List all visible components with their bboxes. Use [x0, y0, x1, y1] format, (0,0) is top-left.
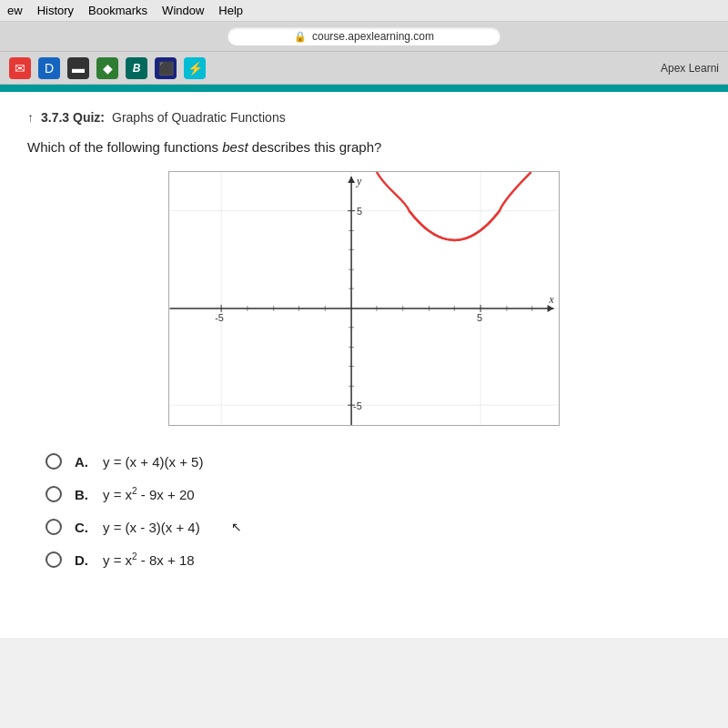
bookmark-navy[interactable]: ⬛ — [155, 57, 177, 79]
choice-formula-c: y = (x - 3)(x + 4) — [103, 520, 200, 535]
radio-d[interactable] — [46, 551, 62, 568]
radio-c[interactable] — [46, 519, 62, 535]
svg-text:x: x — [549, 293, 555, 306]
choice-formula-a: y = (x + 4)(x + 5) — [103, 454, 203, 470]
choice-label-b: B. — [75, 487, 88, 502]
apex-header-bar — [0, 85, 728, 92]
choice-formula-d: y = x2 - 8x + 18 — [103, 551, 195, 568]
answer-choice-a[interactable]: A. y = (x + 4)(x + 5) — [46, 453, 701, 470]
choice-label-d: D. — [75, 552, 88, 568]
bookmark-disney[interactable]: D — [38, 57, 60, 79]
svg-text:5: 5 — [357, 206, 362, 217]
lock-icon: 🔒 — [294, 31, 307, 43]
graph-container: x y -5 5 5 -5 — [168, 171, 560, 426]
bookmarks-bar: ✉ D ▬ ◆ B ⬛ ⚡ Apex Learni — [0, 52, 728, 85]
quiz-section: 3.7.3 Quiz: — [41, 110, 105, 125]
bookmark-mail[interactable]: ✉ — [9, 57, 31, 79]
svg-text:y: y — [356, 175, 362, 187]
bookmark-b[interactable]: B — [126, 57, 147, 79]
question-italic: best — [222, 139, 248, 155]
bookmark-green[interactable]: ◆ — [96, 57, 118, 79]
answer-choices: A. y = (x + 4)(x + 5) B. y = x2 - 9x + 2… — [27, 453, 701, 568]
menu-window[interactable]: Window — [162, 4, 204, 17]
graph-svg: x y -5 5 5 -5 — [169, 172, 559, 425]
browser-chrome: 🔒 course.apexlearning.com — [0, 22, 728, 52]
menu-ew[interactable]: ew — [7, 4, 23, 17]
content-area: ↑ 3.7.3 Quiz: Graphs of Quadratic Functi… — [0, 92, 728, 638]
svg-text:-5: -5 — [215, 312, 224, 323]
svg-text:5: 5 — [477, 312, 482, 323]
apex-label: Apex Learni — [661, 62, 719, 75]
choice-label-a: A. — [75, 454, 88, 470]
choice-label-c: C. — [75, 520, 88, 535]
address-bar[interactable]: 🔒 course.apexlearning.com — [228, 27, 500, 46]
bookmark-dark[interactable]: ▬ — [67, 57, 89, 79]
radio-b[interactable] — [46, 486, 62, 502]
answer-choice-c[interactable]: C. y = (x - 3)(x + 4) ↖ — [46, 519, 701, 535]
answer-choice-d[interactable]: D. y = x2 - 8x + 18 — [46, 551, 701, 568]
menu-history[interactable]: History — [37, 4, 74, 17]
menu-bar: ew History Bookmarks Window Help — [0, 0, 728, 22]
up-arrow-icon: ↑ — [27, 110, 34, 125]
menu-help[interactable]: Help — [218, 4, 243, 17]
quiz-header: ↑ 3.7.3 Quiz: Graphs of Quadratic Functi… — [27, 110, 701, 125]
choice-formula-b: y = x2 - 9x + 20 — [103, 486, 195, 502]
svg-text:-5: -5 — [353, 400, 362, 411]
menu-bookmarks[interactable]: Bookmarks — [88, 4, 147, 17]
radio-a[interactable] — [46, 453, 62, 470]
question-text: Which of the following functions best de… — [27, 139, 701, 155]
url-text: course.apexlearning.com — [312, 30, 434, 43]
answer-choice-b[interactable]: B. y = x2 - 9x + 20 — [46, 486, 701, 502]
bookmark-lightning[interactable]: ⚡ — [184, 57, 206, 79]
cursor-icon: ↖ — [231, 520, 242, 534]
quiz-title: Graphs of Quadratic Functions — [112, 110, 286, 125]
